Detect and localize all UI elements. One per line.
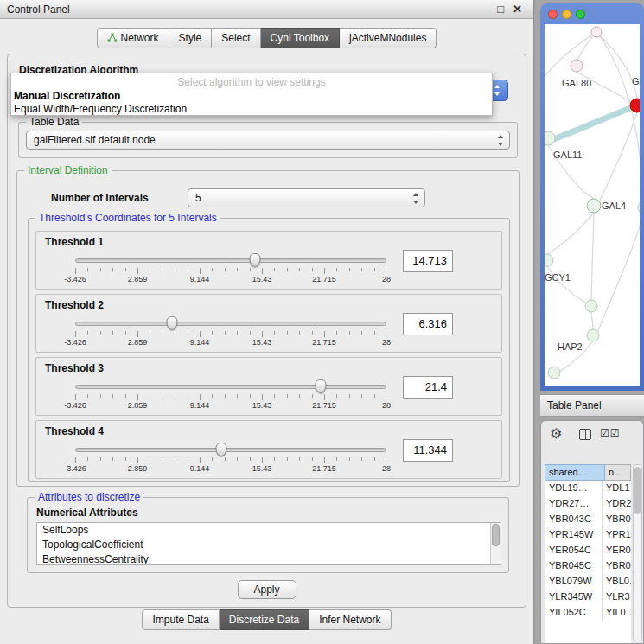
tab-infer-network[interactable]: Infer Network bbox=[309, 609, 391, 630]
table-cell[interactable]: YDR2… bbox=[603, 496, 631, 512]
table-cell[interactable]: YPR145W bbox=[545, 527, 603, 543]
tab-select[interactable]: Select bbox=[212, 28, 260, 48]
checkbox-icons[interactable]: ☑☑ bbox=[600, 427, 621, 439]
table-cell[interactable]: YBL0… bbox=[603, 574, 631, 590]
table-cell[interactable]: YLR345W bbox=[545, 590, 603, 605]
table-scrollbar-thumb[interactable] bbox=[634, 467, 641, 514]
close-traffic-icon[interactable] bbox=[548, 10, 558, 19]
algorithm-option-manual[interactable]: Manual Discretization bbox=[11, 88, 492, 102]
threshold-value-field[interactable]: 14.713 bbox=[403, 250, 453, 272]
tab-cyni-toolbox[interactable]: Cyni Toolbox bbox=[261, 28, 340, 48]
network-node[interactable] bbox=[548, 367, 560, 379]
threshold-value-field[interactable]: 21.4 bbox=[403, 376, 453, 399]
table-cell[interactable]: YDL1… bbox=[603, 481, 631, 496]
table-cell[interactable]: YLR3… bbox=[603, 590, 631, 605]
apply-button[interactable]: Apply bbox=[237, 580, 296, 599]
table-row[interactable]: YDR27…YDR2… bbox=[545, 496, 631, 512]
table-cell[interactable]: YBR0… bbox=[603, 558, 631, 574]
algorithm-option-equal-width[interactable]: Equal Width/Frequency Discretization bbox=[11, 102, 492, 116]
column-header-name[interactable]: n… bbox=[605, 464, 631, 481]
network-node[interactable] bbox=[587, 199, 601, 213]
slider-track[interactable] bbox=[75, 258, 386, 263]
threshold-value-field[interactable]: 11.344 bbox=[403, 439, 453, 462]
threshold-slider[interactable]: -3.426 2.859 9.144 15.43 21.715 28 bbox=[75, 379, 386, 411]
slider-handle[interactable] bbox=[166, 316, 177, 330]
tick-label: 21.715 bbox=[312, 275, 336, 284]
threshold-slider[interactable]: -3.426 2.859 9.144 15.43 21.715 28 bbox=[75, 442, 386, 475]
window-minimize-icon[interactable]: □ bbox=[497, 0, 504, 19]
columns-icon[interactable] bbox=[579, 429, 591, 440]
table-cell[interactable]: YBL079W bbox=[545, 574, 603, 590]
table-data-group-label: Table Data bbox=[26, 116, 82, 128]
attributes-group: Attributes to discretize Numerical Attri… bbox=[27, 497, 509, 573]
slider-handle[interactable] bbox=[249, 253, 260, 267]
threshold-label: Threshold 1 bbox=[45, 236, 104, 248]
table-scrollbar[interactable] bbox=[633, 464, 642, 641]
network-node[interactable] bbox=[545, 254, 553, 266]
tick-label: 9.144 bbox=[190, 401, 210, 410]
table-cell[interactable]: YBR0… bbox=[603, 512, 631, 527]
table-row[interactable]: YLR345WYLR3… bbox=[545, 590, 631, 605]
threshold-value-field[interactable]: 6.316 bbox=[403, 313, 453, 335]
network-node[interactable] bbox=[545, 131, 555, 145]
tab-style[interactable]: Style bbox=[169, 28, 213, 48]
network-tab-icon bbox=[107, 33, 118, 43]
window-close-icon[interactable]: ✕ bbox=[513, 0, 522, 19]
threshold-slider[interactable]: -3.426 2.859 9.144 15.43 21.715 28 bbox=[75, 252, 386, 285]
network-node[interactable] bbox=[585, 300, 597, 312]
tab-jactivemodules[interactable]: jActiveMNodules bbox=[340, 28, 437, 48]
table-row[interactable]: YBR043CYBR0… bbox=[545, 512, 631, 527]
minimize-traffic-icon[interactable] bbox=[562, 10, 571, 19]
table-cell[interactable]: YDL19… bbox=[545, 481, 603, 496]
network-canvas[interactable]: GAL80 GA GAL11 GAL4 GCY1 HAP2 bbox=[545, 24, 640, 386]
number-of-intervals-combobox[interactable]: 5 bbox=[188, 188, 425, 207]
table-row[interactable]: YBR045CYBR0… bbox=[545, 558, 631, 574]
control-panel-window: Control Panel □ ✕ Network Style Select C… bbox=[0, 0, 534, 644]
table-cell[interactable]: YER0… bbox=[603, 543, 631, 558]
table-cell[interactable]: YIL0… bbox=[603, 605, 631, 621]
gear-icon[interactable]: ⚙ bbox=[550, 425, 562, 442]
tick-label: 15.43 bbox=[252, 275, 272, 284]
tab-discretize-data[interactable]: Discretize Data bbox=[220, 609, 309, 630]
list-scrollbar-thumb[interactable] bbox=[492, 524, 500, 546]
thresholds-group: Threshold's Coordinates for 5 Intervals … bbox=[28, 218, 510, 482]
zoom-traffic-icon[interactable] bbox=[576, 10, 585, 19]
threshold-slider[interactable]: -3.426 2.859 9.144 15.43 21.715 28 bbox=[75, 316, 386, 348]
threshold-panel: Threshold 4 -3.426 2.859 9.144 15.43 21.… bbox=[35, 420, 502, 479]
table-cell[interactable]: YDR27… bbox=[545, 496, 603, 512]
table-cell[interactable]: YBR043C bbox=[545, 512, 603, 527]
table-row[interactable]: YBL079WYBL0… bbox=[545, 574, 631, 590]
slider-handle[interactable] bbox=[316, 379, 327, 393]
tick-label: 28 bbox=[382, 401, 391, 410]
table-row[interactable]: YIL052CYIL0… bbox=[545, 605, 631, 621]
table-cell[interactable]: YBR045C bbox=[545, 558, 603, 574]
numerical-attributes-label: Numerical Attributes bbox=[36, 507, 138, 519]
slider-track[interactable] bbox=[75, 322, 386, 326]
list-scrollbar[interactable] bbox=[490, 523, 501, 564]
list-item[interactable]: BetweennessCentrality bbox=[37, 552, 501, 565]
network-view-window: GAL80 GA GAL11 GAL4 GCY1 HAP2 bbox=[540, 3, 644, 391]
slider-track[interactable] bbox=[75, 385, 386, 389]
table-cell[interactable]: YIL052C bbox=[545, 605, 603, 621]
table-data-combobox[interactable]: galFiltered.sif default node bbox=[26, 131, 510, 150]
tab-impute-data[interactable]: Impute Data bbox=[142, 609, 219, 630]
table-row[interactable]: YDL19…YDL1… bbox=[545, 481, 631, 496]
column-header-shared-name[interactable]: shared… bbox=[545, 464, 605, 481]
tick-label: 9.144 bbox=[190, 275, 210, 284]
table-row[interactable]: YER054CYER0… bbox=[545, 543, 631, 558]
network-node[interactable] bbox=[638, 201, 640, 214]
network-node[interactable] bbox=[571, 60, 583, 72]
slider-track[interactable] bbox=[75, 448, 386, 452]
network-node[interactable] bbox=[587, 329, 599, 341]
tab-label: Style bbox=[179, 32, 202, 44]
list-item[interactable]: TopologicalCoefficient bbox=[37, 538, 501, 552]
table-row[interactable]: YPR145WYPR1… bbox=[545, 527, 631, 543]
table-cell[interactable]: YPR1… bbox=[603, 527, 631, 543]
network-node-selected[interactable] bbox=[630, 99, 640, 112]
list-item[interactable]: SelfLoops bbox=[37, 523, 501, 538]
slider-minor-ticks bbox=[75, 457, 386, 461]
tab-network[interactable]: Network bbox=[97, 28, 169, 48]
network-node[interactable] bbox=[591, 27, 602, 37]
table-cell[interactable]: YER054C bbox=[545, 543, 603, 558]
slider-handle[interactable] bbox=[216, 443, 227, 456]
